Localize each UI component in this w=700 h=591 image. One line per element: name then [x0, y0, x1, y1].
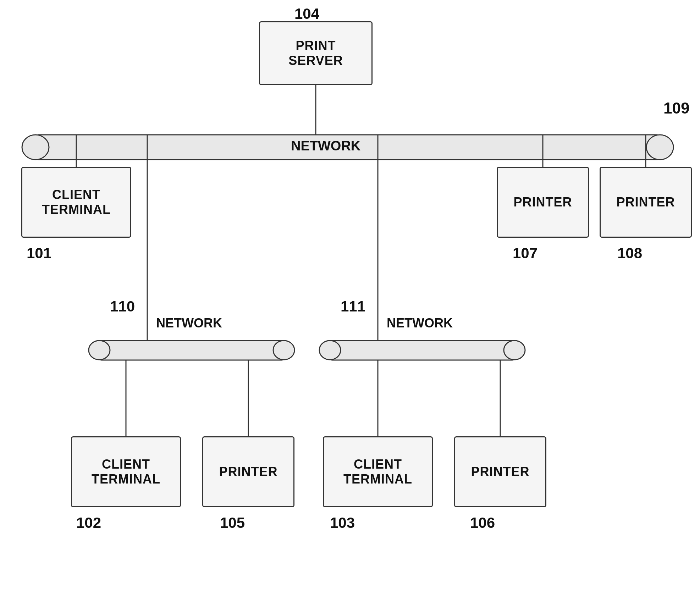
ref-101: 101: [27, 245, 51, 262]
network-110-label: NETWORK: [156, 316, 222, 331]
printer-105: PRINTER: [202, 436, 294, 507]
svg-rect-13: [330, 341, 514, 360]
client-terminal-103: CLIENT TERMINAL: [323, 436, 433, 507]
printer-108: PRINTER: [600, 167, 692, 238]
ref-102: 102: [76, 514, 101, 531]
client-terminal-101: CLIENT TERMINAL: [21, 167, 131, 238]
ref-110: 110: [110, 298, 135, 315]
svg-point-1: [22, 135, 49, 160]
ref-104: 104: [294, 5, 319, 22]
ref-109: 109: [663, 99, 689, 117]
svg-point-2: [646, 135, 673, 160]
ref-108: 108: [617, 245, 642, 262]
svg-point-15: [504, 341, 525, 360]
network-111-label: NETWORK: [387, 316, 453, 331]
svg-point-8: [89, 341, 110, 360]
print-server-box: PRINT SERVER: [259, 21, 373, 85]
ref-111: 111: [341, 298, 365, 315]
ref-103: 103: [330, 514, 355, 531]
ref-107: 107: [513, 245, 538, 262]
printer-106: PRINTER: [454, 436, 546, 507]
network-main-label: NETWORK: [291, 138, 360, 154]
ref-105: 105: [220, 514, 245, 531]
ref-106: 106: [470, 514, 495, 531]
svg-point-14: [319, 341, 341, 360]
svg-point-9: [273, 341, 294, 360]
svg-rect-7: [99, 341, 284, 360]
printer-107: PRINTER: [497, 167, 589, 238]
client-terminal-102: CLIENT TERMINAL: [71, 436, 181, 507]
